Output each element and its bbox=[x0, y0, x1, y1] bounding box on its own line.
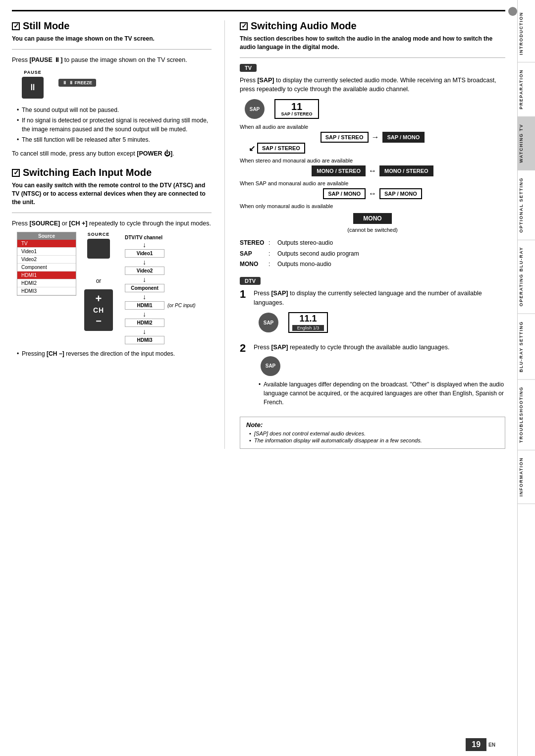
flow-mono-stereo-1: MONO / STEREO bbox=[312, 165, 366, 176]
sap-colon: : bbox=[268, 249, 274, 260]
when-stereo-label: When stereo and monaural audio are avail… bbox=[240, 158, 505, 163]
sap-btn-dtv-2: SAP bbox=[261, 356, 280, 376]
when-sap-label: When SAP and monaural audio are availabl… bbox=[240, 180, 505, 186]
step-2-num: 2 bbox=[240, 343, 249, 354]
dtv-flow-arrow-0: ↓ bbox=[143, 241, 146, 248]
still-cancel-text: To cancel still mode, press any button e… bbox=[12, 149, 212, 159]
page-number: 19 bbox=[466, 738, 486, 751]
input-mode-body1: Press [SOURCE] or [CH +] repeatedly to c… bbox=[12, 219, 212, 228]
flow-row-4: SAP / MONO ↔ SAP / MONO bbox=[240, 188, 505, 199]
still-bullet-2: If no signal is detected or protected si… bbox=[17, 116, 212, 134]
input-mode-title: Switching Each Input Mode bbox=[12, 167, 212, 178]
dtv-flow-video1: Video1 bbox=[125, 249, 164, 258]
main-content: Still Mode You can pause the image shown… bbox=[0, 0, 517, 756]
dtv-flow-video2: Video2 bbox=[125, 267, 164, 275]
input-graphics-row: Source TV Video1 Video2 Component HDMI1 … bbox=[17, 232, 212, 345]
switching-audio-body1: Press [SAP] to display the currently sel… bbox=[240, 76, 505, 95]
input-mode-subtitle: You can easily switch with the remote co… bbox=[12, 181, 212, 206]
page-number-bar: 19 EN bbox=[466, 738, 497, 751]
input-mode-bullet-1: Pressing [CH −] reverses the direction o… bbox=[17, 349, 212, 358]
sidebar-item-watching-tv: WATCHING TV bbox=[518, 117, 535, 170]
flow-mono-only: MONO bbox=[240, 211, 505, 226]
sidebar-item-bluray-setting: BLU-RAY SETTING bbox=[518, 314, 535, 380]
left-column: Still Mode You can pause the image shown… bbox=[12, 20, 225, 449]
pause-label: PAUSE bbox=[24, 70, 41, 75]
ch-label: CH bbox=[93, 306, 104, 314]
source-menu-header: Source bbox=[17, 232, 76, 240]
ch-minus-icon: − bbox=[96, 316, 102, 326]
when-all-label: When all audio are available bbox=[240, 124, 505, 130]
flow-sap-mono-left: SAP / MONO bbox=[323, 188, 366, 199]
flow-arrow-1: → bbox=[372, 133, 379, 142]
source-menu: Source TV Video1 Video2 Component HDMI1 … bbox=[17, 232, 76, 296]
bend-arrow: ↙ bbox=[249, 144, 255, 153]
audio-flow-diagrams: When all audio are available SAP / STERE… bbox=[240, 124, 505, 233]
sidebar-item-introduction: INTRODUCTION bbox=[518, 5, 535, 62]
or-pc-label: (or PC input) bbox=[167, 303, 196, 308]
pause-graphic-area: PAUSE ⏸ ⏸ ⏸ FREEZE bbox=[22, 70, 212, 99]
or-text: or bbox=[96, 277, 102, 284]
source-button-wrap: SOURCE bbox=[87, 232, 110, 259]
checkbox-icon-3 bbox=[240, 22, 248, 30]
dtv-flow-arrow-5: ↓ bbox=[143, 328, 146, 335]
sap-only-area: SAP bbox=[261, 356, 505, 376]
input-mode-bullets: Pressing [CH −] reverses the direction o… bbox=[12, 349, 212, 358]
two-column-layout: Still Mode You can pause the image shown… bbox=[12, 20, 505, 449]
step-2-row: 2 Press [SAP] repeatedly to cycle throug… bbox=[240, 343, 505, 412]
cannot-switch-label: (cannot be switched) bbox=[240, 227, 505, 233]
source-menu-item-hdmi2: HDMI2 bbox=[17, 279, 76, 287]
sidebar: INTRODUCTION PREPARATION WATCHING TV OPT… bbox=[517, 0, 535, 756]
audio-table: STEREO : Outputs stereo-audio SAP : Outp… bbox=[240, 238, 505, 270]
dtv-flow-hdmi3: HDMI3 bbox=[125, 336, 164, 344]
sidebar-item-preparation: PREPARATION bbox=[518, 62, 535, 117]
step-1-text: Press [SAP] to display the currently sel… bbox=[254, 289, 505, 308]
step-1-content: Press [SAP] to display the currently sel… bbox=[254, 289, 505, 338]
still-bullet-3: The still function will be released afte… bbox=[17, 135, 212, 144]
dtv-flow-hdmi2: HDMI2 bbox=[125, 319, 164, 327]
flow-row-3: MONO / STEREO ↔ MONO / STEREO bbox=[240, 165, 505, 176]
source-label: SOURCE bbox=[88, 232, 110, 237]
dtv-section: DTV 1 Press [SAP] to display the current… bbox=[240, 277, 505, 449]
sap-display-box: 11 SAP / STEREO bbox=[274, 99, 319, 119]
mono-colon: : bbox=[268, 259, 274, 270]
sap-btn-dtv: SAP bbox=[259, 313, 278, 332]
dtv-flow-area: DTV/TV channel ↓ Video1 ↓ Video2 ↓ Compo… bbox=[125, 235, 196, 345]
flow-sap-stereo-1: SAP / STEREO bbox=[321, 132, 369, 143]
stereo-def: Outputs stereo-audio bbox=[277, 238, 333, 249]
flow-all-audio: SAP / STEREO → SAP / MONO ↙ SAP / STEREO bbox=[240, 132, 505, 154]
sap-dtv-display-box: 11.1 English 1/3 bbox=[288, 312, 328, 333]
dtv-flow-arrow-4: ↓ bbox=[143, 311, 146, 318]
still-mode-section: Still Mode You can pause the image shown… bbox=[12, 20, 212, 158]
stereo-colon: : bbox=[268, 238, 274, 249]
mono-key: MONO bbox=[240, 259, 266, 270]
dtv-flow-arrow-2: ↓ bbox=[143, 276, 146, 283]
sidebar-item-operating-bluray: OPERATING BLU-RAY bbox=[518, 240, 535, 314]
source-button-graphic bbox=[87, 239, 110, 259]
flow-row-2: ↙ SAP / STEREO bbox=[240, 143, 505, 154]
pause-icon: ⏸ bbox=[28, 82, 37, 93]
still-mode-body1: Press [PAUSE ⏸] to pause the image shown… bbox=[12, 55, 212, 65]
freeze-pause-icon: ⏸ bbox=[62, 80, 67, 85]
sap-key: SAP bbox=[240, 249, 266, 260]
flow-sap-mono-right: SAP / MONO bbox=[379, 188, 422, 199]
source-menu-item-video2: Video2 bbox=[17, 256, 76, 264]
tv-badge: TV bbox=[240, 64, 257, 72]
pause-button-wrap: PAUSE ⏸ bbox=[22, 70, 44, 99]
sidebar-item-optional-setting: OPTIONAL SETTING bbox=[518, 170, 535, 240]
switching-audio-title: Switching Audio Mode bbox=[240, 20, 505, 32]
sap-dtv-number: 11.1 bbox=[292, 314, 324, 324]
sap-display-number: 11 bbox=[278, 102, 315, 111]
note-title: Note: bbox=[246, 421, 499, 429]
ch-plus-icon: + bbox=[96, 293, 102, 304]
checkbox-icon-2 bbox=[12, 169, 20, 177]
switching-audio-subtitle: This section describes how to switch the… bbox=[240, 35, 505, 52]
right-column: Switching Audio Mode This section descri… bbox=[240, 20, 505, 449]
freeze-label: ⏸ FREEZE bbox=[69, 80, 92, 85]
still-mode-subtitle: You can pause the image shown on the TV … bbox=[12, 35, 212, 43]
freeze-badge: ⏸ ⏸ FREEZE bbox=[58, 79, 96, 87]
step-1-num: 1 bbox=[240, 289, 249, 300]
note-box: Note: [SAP] does not control external au… bbox=[240, 417, 505, 449]
dtv-flow-component: Component bbox=[125, 284, 164, 292]
sidebar-item-troubleshooting: TROUBLESHOOTING bbox=[518, 379, 535, 450]
audio-row-mono: MONO : Outputs mono-audio bbox=[240, 259, 505, 270]
